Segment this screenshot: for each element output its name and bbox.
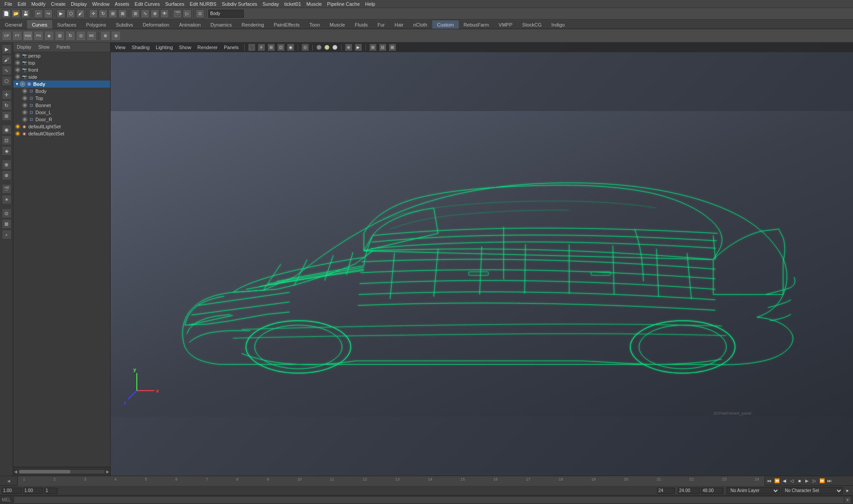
tool-deform[interactable]: ⊡ [2, 135, 12, 145]
tab-toon[interactable]: Toon [304, 20, 325, 29]
tab-muscle[interactable]: Muscle [325, 20, 350, 29]
shelf-icon1[interactable]: ◈ [44, 31, 54, 41]
btn-range-right[interactable]: ▸ [844, 487, 851, 494]
menu-edit[interactable]: Edit [15, 1, 29, 7]
expand-arrow-body[interactable]: ▼ [15, 82, 19, 86]
tb-transform[interactable]: ⊠ [118, 9, 127, 18]
btn-go-start[interactable]: ⏮ [766, 477, 773, 485]
timeline-scroll-left[interactable]: ◀ [0, 476, 18, 486]
tab-deformation[interactable]: Deformation [138, 20, 174, 29]
outliner-item-bonnet[interactable]: ⊡ Bonnet [13, 102, 110, 109]
outliner-item-door-l[interactable]: ⊡ Door_L [13, 109, 110, 116]
tb-render[interactable]: 🎬 [173, 9, 182, 18]
menu-assets[interactable]: Assets [112, 1, 132, 7]
tool-misc2[interactable]: ⊠ [2, 219, 12, 229]
outliner-item-top[interactable]: 📷 top [13, 59, 110, 66]
tool-select[interactable]: ▶ [2, 44, 12, 54]
menu-subdiv-surfaces[interactable]: Subdiv Surfaces [219, 1, 260, 7]
vp-shading-btn2[interactable] [324, 45, 330, 50]
vp-select-btn[interactable]: ▶ [355, 44, 362, 51]
menu-ticket01[interactable]: ticket01 [282, 1, 304, 7]
menu-pipeline-cache[interactable]: Pipeline Cache [324, 1, 362, 7]
tb-scale[interactable]: ⊞ [108, 9, 117, 18]
menu-help[interactable]: Help [362, 1, 378, 7]
tool-misc3[interactable]: ± [2, 230, 12, 239]
menu-window[interactable]: Window [89, 1, 112, 7]
tool-soft[interactable]: ◉ [2, 125, 12, 135]
vp-menu-show[interactable]: Show [177, 45, 193, 50]
tb-move[interactable]: ✛ [89, 9, 98, 18]
outliner-scroll-right[interactable]: ▶ [106, 469, 109, 474]
visibility-icon-door-l[interactable] [22, 110, 27, 115]
outliner-item-persp[interactable]: 📷 persp [13, 52, 110, 59]
menu-muscle[interactable]: Muscle [304, 1, 325, 7]
tb-snap-point[interactable]: ⊕ [150, 9, 159, 18]
tool-curve[interactable]: ∿ [2, 65, 12, 75]
main-viewport[interactable]: View Shading Lighting Show Renderer Pane… [111, 42, 853, 476]
tab-fluids[interactable]: Fluids [350, 20, 373, 29]
tab-hair[interactable]: Hair [390, 20, 408, 29]
visibility-icon-top[interactable] [15, 60, 20, 65]
vp-shading-btn3[interactable] [332, 45, 338, 50]
outliner-item-body-mesh[interactable]: ⊡ Body [13, 88, 110, 95]
vp-menu-shading[interactable]: Shading [130, 45, 151, 50]
anim-end-field[interactable] [701, 488, 723, 494]
tab-surfaces[interactable]: Surfaces [52, 20, 81, 29]
btn-play-fwd[interactable]: ▶ [803, 477, 811, 485]
tab-vmpp[interactable]: VMPP [494, 20, 517, 29]
tb-undo[interactable]: ↩ [34, 9, 43, 18]
tab-rendering[interactable]: Rendering [237, 20, 269, 29]
menu-file[interactable]: File [2, 1, 15, 7]
tb-lasso[interactable]: ⬡ [66, 9, 75, 18]
outliner-item-default-light-set[interactable]: ◉ defaultLightSet [13, 123, 110, 130]
panel-tab-panels[interactable]: Panels [53, 43, 74, 51]
menu-sunday[interactable]: Sunday [260, 1, 281, 7]
tab-curves[interactable]: Curves [27, 20, 52, 29]
shelf-hist[interactable]: Hist [23, 31, 33, 41]
tb-new[interactable]: 📄 [2, 9, 11, 18]
tool-move[interactable]: ✛ [2, 90, 12, 100]
tab-polygons[interactable]: Polygons [81, 20, 111, 29]
tab-painteffects[interactable]: PaintEffects [269, 20, 305, 29]
tb-select[interactable]: ▶ [57, 9, 65, 18]
tab-subdivs[interactable]: Subdivs [111, 20, 138, 29]
panel-tab-show[interactable]: Show [35, 43, 53, 51]
vp-smooth-btn[interactable]: ◉ [287, 44, 294, 51]
visibility-icon-side[interactable] [15, 74, 20, 80]
visibility-icon-object-set[interactable] [15, 131, 20, 136]
shelf-ico6[interactable]: ⊗ [111, 31, 121, 41]
tab-rebusfarm[interactable]: RebusFarm [459, 20, 494, 29]
tab-stockcg[interactable]: StockCG [517, 20, 546, 29]
shelf-be[interactable]: BE [87, 31, 96, 41]
tab-general[interactable]: General [0, 20, 27, 29]
outliner-scroll-bar[interactable] [19, 470, 104, 473]
visibility-icon-bonnet[interactable] [22, 103, 27, 108]
mel-history-btn[interactable]: ▼ [844, 496, 851, 504]
menu-edit-nurbs[interactable]: Edit NURBS [187, 1, 219, 7]
vp-grid-btn[interactable]: # [258, 44, 265, 51]
outliner-item-default-object-set[interactable]: ◉ defaultObjectSet [13, 130, 110, 137]
vp-shading-btn1[interactable] [316, 45, 322, 50]
tb-show-manip[interactable]: ⊙ [196, 9, 204, 18]
tb-snap-grid[interactable]: ⊞ [131, 9, 140, 18]
btn-prev-key[interactable]: ⏪ [773, 477, 780, 485]
visibility-icon-persp[interactable] [15, 53, 20, 58]
range-current-field[interactable] [23, 488, 43, 494]
range-keyframe-field[interactable] [44, 488, 58, 494]
tb-rotate[interactable]: ↻ [99, 9, 108, 18]
menu-edit-curves[interactable]: Edit Curves [132, 1, 162, 7]
outliner-item-door-r[interactable]: ⊡ Door_R [13, 116, 110, 123]
btn-next-frame[interactable]: ▷ [811, 477, 818, 485]
visibility-icon-top-mesh[interactable] [22, 96, 27, 101]
vp-layout-btn2[interactable]: ⊟ [379, 44, 386, 51]
outliner-scroll-left[interactable]: ◀ [14, 469, 17, 474]
vp-frame-btn[interactable]: ⊞ [268, 44, 275, 51]
visibility-icon-body-mesh[interactable] [22, 88, 27, 94]
shelf-icon3[interactable]: ↻ [65, 31, 75, 41]
tool-ik[interactable]: ⊗ [2, 170, 12, 180]
shelf-ft[interactable]: FT [12, 31, 22, 41]
tab-indigo[interactable]: Indigo [546, 20, 569, 29]
range-start-field[interactable] [2, 488, 22, 494]
tool-misc1[interactable]: ⊙ [2, 208, 12, 218]
tool-light[interactable]: ☀ [2, 195, 12, 204]
